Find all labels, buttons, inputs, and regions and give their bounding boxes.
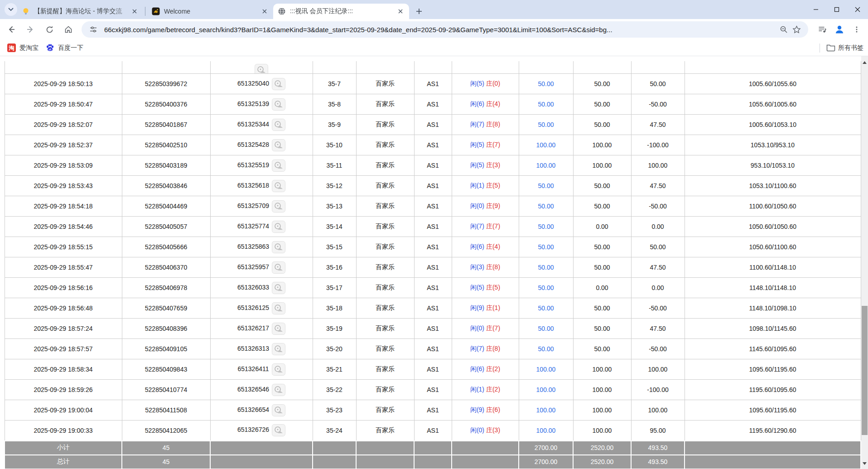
cell-bet-id: 522850406370 bbox=[122, 257, 210, 278]
close-tab-icon[interactable] bbox=[130, 7, 139, 15]
back-button[interactable] bbox=[4, 22, 19, 37]
close-window-button[interactable] bbox=[847, 0, 868, 19]
bet-amount-link[interactable]: 50.00 bbox=[538, 121, 554, 128]
bet-amount-link[interactable]: 50.00 bbox=[538, 305, 554, 312]
bet-amount-link[interactable]: 100.00 bbox=[536, 141, 556, 149]
video-icon[interactable] bbox=[272, 221, 285, 233]
table-row: 2025-09-29 18:52:07522850401867651325344… bbox=[5, 115, 861, 135]
video-icon[interactable] bbox=[272, 384, 285, 396]
bet-amount-link[interactable]: 100.00 bbox=[536, 386, 556, 393]
svg-text:淘: 淘 bbox=[9, 45, 14, 51]
new-tab-button[interactable] bbox=[413, 5, 425, 18]
video-icon[interactable] bbox=[272, 180, 285, 192]
cell-valid: 50.00 bbox=[573, 298, 631, 319]
bookmark-label: 爱淘宝 bbox=[19, 44, 39, 52]
bet-amount-link[interactable]: 100.00 bbox=[536, 427, 556, 434]
cell-account: 651325139 bbox=[210, 94, 313, 115]
profile-avatar[interactable] bbox=[832, 22, 847, 37]
video-icon[interactable] bbox=[272, 282, 285, 294]
video-icon[interactable] bbox=[272, 363, 285, 376]
address-bar[interactable]: 66cxkj98.com/game/betrecord_search/kind3… bbox=[82, 21, 808, 38]
bookmark-star-icon[interactable] bbox=[790, 23, 803, 36]
tab-title: Welcome bbox=[164, 8, 260, 15]
bet-banker: 庄(7) bbox=[486, 324, 500, 332]
cell-account: 651326217 bbox=[210, 319, 313, 339]
cell-round: 35-24 bbox=[313, 421, 356, 441]
bet-amount-link[interactable]: 100.00 bbox=[536, 162, 556, 169]
video-icon[interactable] bbox=[272, 241, 285, 253]
browser-menu-button[interactable] bbox=[849, 22, 864, 37]
cell-game: 百家乐 bbox=[356, 339, 414, 359]
video-icon[interactable] bbox=[272, 98, 285, 111]
tab-bet-records-active[interactable]: :::视讯 会员下注纪录::: bbox=[273, 4, 409, 19]
reload-icon bbox=[45, 25, 54, 34]
account-number: 651326546 bbox=[237, 386, 269, 393]
video-icon[interactable] bbox=[272, 424, 285, 436]
video-icon[interactable] bbox=[272, 119, 285, 131]
scrollbar-thumb[interactable] bbox=[862, 306, 868, 435]
bet-amount-link[interactable]: 50.00 bbox=[538, 223, 554, 230]
all-bookmarks[interactable]: 所有书签 bbox=[820, 40, 863, 56]
zoom-indicator-icon[interactable] bbox=[777, 23, 790, 36]
cell-balance bbox=[685, 61, 861, 74]
video-icon[interactable] bbox=[272, 261, 285, 274]
close-tab-icon[interactable] bbox=[260, 7, 269, 15]
tab-search-button[interactable] bbox=[5, 3, 17, 16]
cell-table bbox=[414, 61, 452, 74]
video-icon[interactable] bbox=[272, 343, 285, 355]
table-row: 2025-09-29 18:52:37522850402510651325428… bbox=[5, 135, 861, 155]
video-icon[interactable] bbox=[272, 302, 285, 314]
cell-winloss: 50.00 bbox=[631, 74, 685, 94]
bet-player: 闲(6) bbox=[470, 365, 484, 372]
page-scrollbar[interactable] bbox=[861, 56, 868, 469]
url-text[interactable]: 66cxkj98.com/game/betrecord_search/kind3… bbox=[104, 26, 777, 34]
cell-round: 35-23 bbox=[313, 400, 356, 421]
scroll-down-button[interactable] bbox=[861, 460, 868, 467]
bet-amount-link[interactable]: 50.00 bbox=[538, 80, 554, 87]
video-icon[interactable] bbox=[272, 200, 285, 213]
bet-amount-link[interactable]: 100.00 bbox=[536, 366, 556, 373]
bookmark-taobao[interactable]: 淘 爱淘宝 bbox=[7, 44, 39, 52]
minimize-button[interactable] bbox=[805, 0, 826, 19]
home-button[interactable] bbox=[61, 22, 76, 37]
video-icon[interactable] bbox=[272, 404, 285, 416]
subtotal-row: 小计 45 2700.00 2520.00 493.50 bbox=[5, 441, 861, 455]
reload-button[interactable] bbox=[42, 22, 57, 37]
site-settings-icon[interactable] bbox=[87, 23, 100, 36]
maximize-button[interactable] bbox=[826, 0, 847, 19]
video-icon[interactable] bbox=[272, 78, 285, 90]
cell-account: 651325618 bbox=[210, 176, 313, 196]
bookmark-baidu[interactable]: 百度一下 bbox=[46, 44, 83, 52]
video-icon[interactable] bbox=[272, 323, 285, 335]
folder-icon bbox=[826, 44, 835, 52]
bet-amount-link[interactable]: 50.00 bbox=[538, 182, 554, 189]
bet-banker: 庄(1) bbox=[486, 304, 500, 311]
triangle-down-icon bbox=[863, 462, 867, 465]
bet-amount-link[interactable]: 50.00 bbox=[538, 203, 554, 210]
tab-welcome[interactable]: Welcome bbox=[147, 4, 273, 19]
close-tab-icon[interactable] bbox=[396, 7, 405, 15]
cell-amount: 100.00 bbox=[519, 135, 573, 155]
bet-amount-link[interactable]: 50.00 bbox=[538, 325, 554, 332]
forward-button[interactable] bbox=[23, 22, 38, 37]
cell-valid: 50.00 bbox=[573, 319, 631, 339]
video-icon[interactable] bbox=[255, 64, 268, 74]
cell-round: 35-22 bbox=[313, 380, 356, 400]
account-number: 651326411 bbox=[237, 365, 269, 372]
tab-haiyan-forum[interactable]: 【新提醒】海燕论坛 - 博学交流 bbox=[17, 4, 143, 19]
bet-amount-link[interactable]: 50.00 bbox=[538, 345, 554, 353]
bet-amount-link[interactable]: 100.00 bbox=[536, 406, 556, 414]
video-icon[interactable] bbox=[272, 139, 285, 151]
cell-table: AS1 bbox=[414, 217, 452, 237]
cell-bet: 闲(7) 庄(8) bbox=[452, 339, 519, 359]
cell-table: AS1 bbox=[414, 176, 452, 196]
bet-amount-link[interactable]: 50.00 bbox=[538, 284, 554, 291]
video-icon[interactable] bbox=[272, 160, 285, 172]
bet-amount-link[interactable]: 50.00 bbox=[538, 101, 554, 108]
bet-player: 闲(9) bbox=[470, 304, 484, 311]
bet-amount-link[interactable]: 50.00 bbox=[538, 264, 554, 271]
scroll-up-button[interactable] bbox=[861, 59, 868, 66]
bet-amount-link[interactable]: 50.00 bbox=[538, 243, 554, 251]
cell-time: 2025-09-29 18:54:46 bbox=[5, 217, 122, 237]
media-controls-button[interactable] bbox=[815, 22, 830, 37]
